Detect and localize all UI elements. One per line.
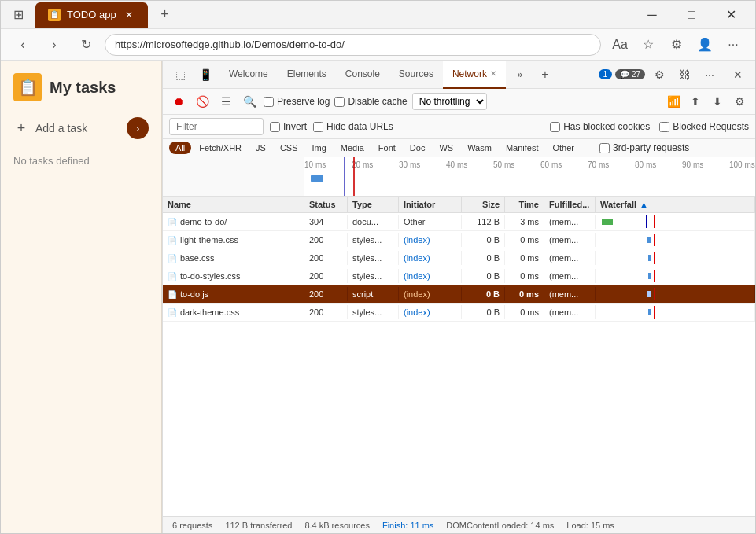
preserve-log-label[interactable]: Preserve log [264, 96, 330, 107]
devtools-inspect-icon[interactable]: ⬚ [169, 64, 191, 86]
maximize-button[interactable]: □ [673, 2, 710, 28]
browser-settings-icon[interactable]: ⚙ [664, 32, 689, 57]
no-tasks-text: No tasks defined [13, 155, 149, 167]
close-window-button[interactable]: ✕ [713, 2, 749, 28]
col-header-waterfall[interactable]: Waterfall ▲ [596, 197, 755, 212]
filter-type-css[interactable]: CSS [274, 142, 304, 154]
table-row[interactable]: 📄 demo-to-do/ 304 docu... Other 112 B 3 … [163, 213, 755, 231]
forward-button[interactable]: › [42, 32, 67, 57]
tab-close-button[interactable]: ✕ [123, 9, 135, 21]
filter-type-doc[interactable]: Doc [404, 142, 432, 154]
tab-welcome[interactable]: Welcome [219, 61, 278, 89]
initiator-link-1[interactable]: (index) [404, 235, 430, 245]
waterfall-cell-4 [600, 288, 750, 300]
initiator-link-4[interactable]: (index) [404, 289, 430, 299]
network-wifi-icon[interactable]: 📶 [664, 92, 683, 111]
col-header-name[interactable]: Name [163, 197, 304, 212]
tab-network[interactable]: Network ✕ [443, 61, 506, 89]
sidebar-toggle-icon[interactable]: ⊞ [7, 4, 29, 26]
network-download-icon[interactable]: ⬇ [708, 92, 727, 111]
table-row[interactable]: 📄 base.css 200 styles... (index) 0 B 0 m… [163, 249, 755, 267]
network-settings-icon[interactable]: ⚙ [730, 92, 749, 111]
tab-favicon: 📋 [48, 9, 61, 21]
row-type-1: styles... [348, 233, 399, 247]
table-row[interactable]: 📄 dark-theme.css 200 styles... (index) 0… [163, 304, 755, 322]
favorites-icon[interactable]: ☆ [636, 32, 661, 57]
filter-type-wasm[interactable]: Wasm [461, 142, 498, 154]
browser-tab-active[interactable]: 📋 TODO app ✕ [35, 2, 148, 28]
add-task-row[interactable]: + Add a task › [13, 117, 149, 139]
more-tools-icon[interactable]: ··· [721, 32, 746, 57]
devtools-settings-icon[interactable]: ⚙ [648, 64, 670, 86]
col-header-initiator[interactable]: Initiator [399, 197, 462, 212]
tab-console[interactable]: Console [336, 61, 389, 89]
invert-checkbox[interactable] [270, 122, 280, 132]
row-status-1: 200 [304, 233, 348, 247]
col-header-time[interactable]: Time [505, 197, 544, 212]
initiator-link-2[interactable]: (index) [404, 253, 430, 263]
initiator-link-5[interactable]: (index) [404, 308, 430, 317]
devtools-close-icon[interactable]: ✕ [727, 64, 749, 86]
new-tab-button[interactable]: + [154, 4, 176, 26]
timeline[interactable]: 10 ms 20 ms 30 ms 40 ms 50 ms 60 ms 70 m… [163, 157, 755, 197]
disable-cache-checkbox[interactable] [334, 97, 345, 107]
col-header-size[interactable]: Size [462, 197, 505, 212]
row-time-4: 0 ms [505, 287, 544, 301]
filter-input[interactable] [169, 118, 264, 135]
devtools-more-tabs-icon[interactable]: » [509, 64, 531, 86]
network-upload-icon[interactable]: ⬆ [686, 92, 705, 111]
profile-icon[interactable]: 👤 [692, 32, 717, 57]
filter-type-manifest[interactable]: Manifest [500, 142, 545, 154]
col-header-status[interactable]: Status [304, 197, 348, 212]
invert-label[interactable]: Invert [270, 121, 307, 132]
table-row[interactable]: 📄 to-do-styles.css 200 styles... (index)… [163, 267, 755, 285]
third-party-checkbox[interactable] [599, 143, 610, 153]
third-party-label[interactable]: 3rd-party requests [599, 142, 689, 153]
disable-cache-text: Disable cache [348, 96, 407, 107]
record-button[interactable]: ⏺ [169, 92, 188, 111]
has-blocked-cookies-checkbox[interactable] [550, 122, 560, 132]
throttle-select[interactable]: No throttling Fast 3G Slow 3G Offline [412, 93, 487, 110]
filter-type-js[interactable]: JS [249, 142, 272, 154]
filter-type-fetchxhr[interactable]: Fetch/XHR [193, 142, 248, 154]
table-row[interactable]: 📄 light-theme.css 200 styles... (index) … [163, 231, 755, 249]
tab-sources[interactable]: Sources [389, 61, 443, 89]
tab-network-close-icon[interactable]: ✕ [490, 69, 496, 78]
type-filter-row: All Fetch/XHR JS CSS Img Media Font Doc … [163, 139, 755, 157]
table-row-selected[interactable]: 📄 to-do.js 200 script (index) 0 B 0 ms (… [163, 285, 755, 304]
devtools-device-icon[interactable]: 📱 [194, 64, 216, 86]
search-button[interactable]: 🔍 [240, 92, 259, 111]
filter-type-img[interactable]: Img [306, 142, 333, 154]
hide-data-urls-label[interactable]: Hide data URLs [313, 121, 393, 132]
col-header-type[interactable]: Type [348, 197, 399, 212]
filter-type-media[interactable]: Media [334, 142, 371, 154]
tab-elements[interactable]: Elements [278, 61, 336, 89]
filter-type-ws[interactable]: WS [433, 142, 459, 154]
clear-button[interactable]: 🚫 [193, 92, 212, 111]
devtools-new-tab-icon[interactable]: + [534, 64, 556, 86]
filter-type-font[interactable]: Font [372, 142, 402, 154]
filter-type-all[interactable]: All [169, 142, 191, 154]
filter-toggle-button[interactable]: ☰ [216, 92, 235, 111]
back-button[interactable]: ‹ [10, 32, 35, 57]
refresh-button[interactable]: ↻ [73, 32, 98, 57]
preserve-log-checkbox[interactable] [264, 97, 274, 107]
add-task-button[interactable]: › [127, 117, 149, 139]
disable-cache-label[interactable]: Disable cache [334, 96, 407, 107]
devtools-connect-icon[interactable]: ⛓ [673, 64, 695, 86]
col-header-fulfilled[interactable]: Fulfilled... [544, 197, 596, 212]
blocked-requests-label[interactable]: Blocked Requests [659, 121, 749, 132]
blocked-requests-checkbox[interactable] [659, 122, 669, 132]
timeline-blue-line [344, 157, 345, 197]
initiator-link-3[interactable]: (index) [404, 271, 430, 281]
minimize-button[interactable]: ─ [634, 2, 670, 28]
read-aloud-icon[interactable]: Aa [607, 32, 632, 57]
wf-bar-3 [648, 273, 651, 279]
hide-data-urls-checkbox[interactable] [313, 122, 323, 132]
devtools-more-icon[interactable]: ··· [699, 64, 721, 86]
has-blocked-cookies-label[interactable]: Has blocked cookies [550, 121, 650, 132]
row-size-1: 0 B [462, 233, 505, 247]
filter-type-other[interactable]: Other [546, 142, 581, 154]
row-name-0: 📄 demo-to-do/ [163, 215, 304, 229]
address-input[interactable] [105, 34, 601, 56]
